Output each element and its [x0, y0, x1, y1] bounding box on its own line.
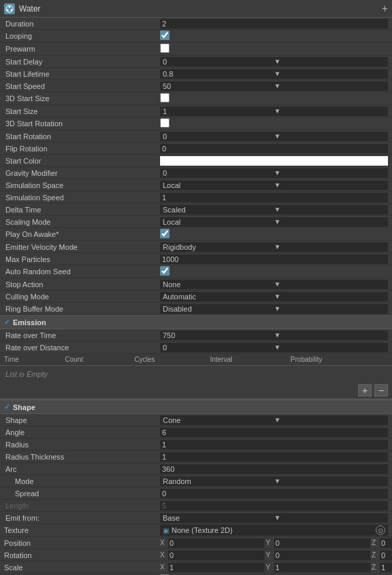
angle-value[interactable] — [160, 428, 388, 437]
gravity-modifier-dropdown[interactable]: 0 ▼ — [160, 168, 388, 178]
emitter-velocity-mode-value: Rigidbody — [163, 243, 274, 251]
rate-over-distance-value: 0 — [163, 344, 274, 352]
position-z-group: Z — [372, 538, 392, 548]
bursts-add-button[interactable]: + — [358, 384, 372, 396]
auto-random-seed-checkbox[interactable] — [160, 266, 170, 276]
start-color-swatch[interactable] — [160, 156, 388, 166]
radius-value[interactable] — [160, 440, 388, 449]
scaling-mode-row: Scaling Mode Local ▼ — [0, 216, 392, 228]
panel-title: Water — [19, 4, 382, 14]
position-y-input[interactable] — [274, 538, 370, 548]
emitter-velocity-mode-row: Emitter Velocity Mode Rigidbody ▼ — [0, 241, 392, 253]
scale-y-input[interactable] — [274, 563, 370, 572]
duration-value[interactable] — [160, 19, 388, 29]
culling-mode-dropdown[interactable]: Automatic ▼ — [160, 292, 388, 301]
panel-header: Water + — [0, 0, 392, 18]
shape-dropdown[interactable]: Cone ▼ — [160, 415, 388, 425]
scaling-mode-value: Local — [163, 218, 274, 226]
start-color-value[interactable] — [160, 156, 388, 166]
simulation-space-value: Local — [163, 181, 274, 189]
start-rotation-dropdown[interactable]: 0 ▼ — [160, 132, 388, 141]
position-z-input[interactable] — [380, 538, 392, 548]
start-color-label: Start Color — [4, 157, 160, 165]
start-speed-dropdown[interactable]: 50 ▼ — [160, 81, 388, 91]
radius-thickness-label: Radius Thickness — [4, 453, 160, 461]
max-particles-input[interactable] — [160, 255, 388, 264]
play-on-awake-label: Play On Awake* — [4, 230, 160, 238]
texture-select-button[interactable]: ⊙ — [376, 525, 385, 535]
simulation-speed-input[interactable] — [160, 193, 388, 202]
scale-label: Scale — [4, 563, 160, 572]
simulation-speed-label: Simulation Speed — [4, 193, 160, 202]
start-delay-dropdown[interactable]: 0 ▼ — [160, 57, 388, 67]
rotation-y-input[interactable] — [274, 551, 370, 560]
delta-time-dropdown[interactable]: Scaled ▼ — [160, 205, 388, 215]
rotation-x-input[interactable] — [168, 551, 264, 560]
angle-input[interactable] — [160, 428, 388, 437]
start-delay-value: 0 — [163, 58, 274, 66]
emitter-velocity-mode-label: Emitter Velocity Mode — [4, 243, 160, 251]
scale-z-input[interactable] — [380, 563, 392, 572]
texture-icon: ▣ — [163, 527, 169, 534]
radius-input[interactable] — [160, 440, 388, 449]
arc-mode-dropdown[interactable]: Random ▼ — [160, 477, 388, 486]
flip-rotation-value[interactable] — [160, 144, 388, 153]
stop-action-dropdown[interactable]: None ▼ — [160, 280, 388, 289]
scale-x-axis-label: X — [160, 563, 167, 571]
play-on-awake-checkbox[interactable] — [160, 229, 170, 238]
ring-buffer-mode-dropdown[interactable]: Disabled ▼ — [160, 304, 388, 314]
scaling-mode-arrow: ▼ — [274, 218, 385, 225]
length-value[interactable] — [160, 501, 388, 511]
start-size-dropdown[interactable]: 1 ▼ — [160, 107, 388, 116]
rate-over-time-arrow: ▼ — [274, 331, 385, 339]
svg-point-1 — [9, 5, 11, 7]
duration-input[interactable] — [160, 19, 388, 29]
rate-over-distance-label: Rate over Distance — [4, 344, 160, 352]
add-component-button[interactable]: + — [382, 3, 388, 15]
ring-buffer-mode-arrow: ▼ — [274, 305, 385, 312]
shape-section-header[interactable]: ✓ Shape — [0, 400, 392, 414]
scale-z-axis-label: Z — [372, 563, 378, 571]
rate-over-distance-dropdown[interactable]: 0 ▼ — [160, 343, 388, 352]
rotation-z-input[interactable] — [380, 551, 392, 560]
bursts-col-cycles: Cycles — [130, 354, 205, 366]
scale-x-input[interactable] — [168, 563, 264, 572]
start-lifetime-dropdown[interactable]: 0.8 ▼ — [160, 69, 388, 79]
emit-from-dropdown[interactable]: Base ▼ — [160, 513, 388, 523]
position-x-axis-label: X — [160, 539, 167, 546]
spread-input[interactable] — [160, 489, 388, 498]
flip-rotation-input[interactable] — [160, 144, 388, 153]
simulation-space-label: Simulation Space — [4, 181, 160, 189]
rate-over-time-dropdown[interactable]: 750 ▼ — [160, 331, 388, 340]
bursts-col-count: Count — [61, 354, 131, 366]
emitter-velocity-mode-dropdown[interactable]: Rigidbody ▼ — [160, 242, 388, 252]
max-particles-value[interactable] — [160, 255, 388, 264]
arc-input[interactable] — [160, 464, 388, 474]
simulation-speed-value[interactable] — [160, 193, 388, 202]
length-input[interactable] — [160, 501, 388, 511]
shape-section-label: Shape — [13, 403, 35, 411]
ring-buffer-mode-label: Ring Buffer Mode — [4, 305, 160, 313]
radius-thickness-input[interactable] — [160, 452, 388, 462]
emit-from-row: Emit from: Base ▼ — [0, 512, 392, 524]
looping-checkbox[interactable] — [160, 31, 170, 40]
start-size-label: Start Size — [4, 107, 160, 115]
spread-value[interactable] — [160, 489, 388, 498]
scale-y-axis-label: Y — [266, 563, 273, 571]
simulation-space-dropdown[interactable]: Local ▼ — [160, 181, 388, 190]
radius-thickness-row: Radius Thickness — [0, 451, 392, 463]
arc-value[interactable] — [160, 464, 388, 474]
3d-start-rotation-checkbox[interactable] — [160, 118, 170, 128]
scaling-mode-dropdown[interactable]: Local ▼ — [160, 217, 388, 227]
texture-label: Texture — [4, 526, 160, 534]
delta-time-arrow: ▼ — [274, 206, 385, 213]
bursts-remove-button[interactable]: − — [374, 384, 388, 396]
scale-row: Scale X Y Z — [0, 561, 392, 574]
prewarm-checkbox[interactable] — [160, 43, 170, 53]
position-x-input[interactable] — [168, 538, 264, 548]
rotation-y-group: Y — [266, 551, 370, 560]
texture-value[interactable]: ▣ None (Texture 2D) ⊙ — [160, 525, 388, 536]
emission-section-header[interactable]: ✓ Emission — [0, 315, 392, 329]
3d-start-size-checkbox[interactable] — [160, 93, 170, 103]
radius-thickness-value[interactable] — [160, 452, 388, 462]
